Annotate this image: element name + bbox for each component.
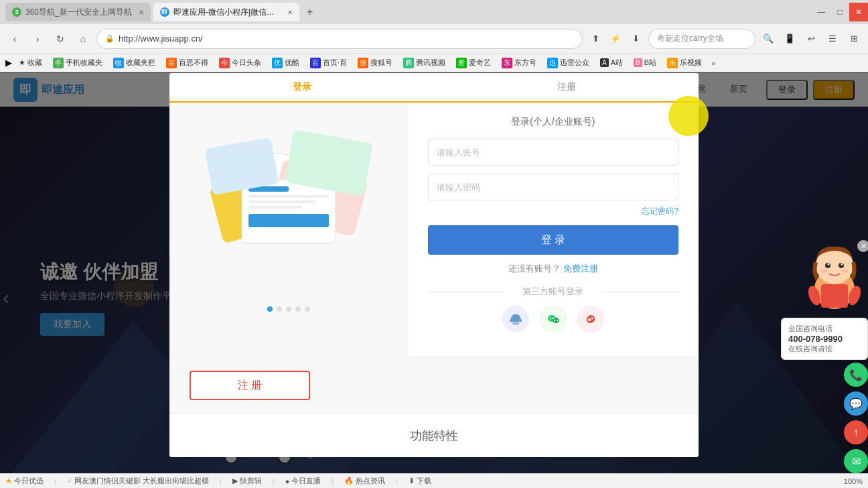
bookmark-xunlei-icon: 迅 [547,58,558,68]
bookmark-sohu[interactable]: 搜 搜狐号 [354,56,396,70]
address-bar[interactable]: 🔒 http://www.jisuapp.cn/ [96,29,583,49]
chat-info-box: 全国咨询电话 400-078-9990 在线咨询请按 [781,318,868,360]
third-party-icons [428,306,679,332]
bookmark-mobile-icon: 手 [53,58,64,68]
username-input[interactable] [428,139,679,166]
status-hotspot[interactable]: 🔥 热点资讯 [344,476,385,486]
wechat-icon [547,312,560,326]
history-icon[interactable]: ↩ [802,30,820,48]
share-button[interactable]: ⬆ [587,30,604,48]
password-input[interactable] [428,174,679,200]
bookmark-toutiao[interactable]: 今 今日头条 [215,56,265,70]
download-button[interactable]: ⬇ [627,30,644,48]
qq-login-button[interactable] [502,306,529,332]
bookmark-xunlei[interactable]: 迅 迅雷公众 [543,56,593,70]
bookmark-toutiao-label: 今日头条 [232,58,261,68]
modal-body: 登录(个人/企业账号) 忘记密码? 登 录 还没有账号？ 免费注册 第三方账号登… [169,103,699,357]
phone-icon[interactable]: 📱 [781,30,798,48]
register-big-button[interactable]: 注 册 [190,371,310,400]
forward-button[interactable]: › [28,29,47,48]
bookmark-tencent-label: 腾讯视频 [416,58,445,68]
status-quickcut-icon: ▶ [232,477,238,485]
maximize-button[interactable]: □ [830,3,849,21]
back-button[interactable]: ‹ [5,29,24,48]
new-tab-button[interactable]: + [302,4,318,20]
search-bar[interactable]: 奇葩走位carry全场 [648,29,755,49]
no-account-text: 还没有账号？ [508,263,561,273]
wechat-side-button[interactable]: 💬 [844,391,868,416]
browser-chrome: 3 360导航_新一代安全上网导航 ✕ 即 即速应用-微信小程序|微信小程...… [0,0,868,72]
bookmark-baidu[interactable]: 百 首页·百 [306,56,351,70]
bookmark-leshi[interactable]: 乐 乐视频 [663,56,706,70]
bookmark-mobile[interactable]: 手 手机收藏夹 [49,56,106,70]
tab-close-360[interactable]: ✕ [139,9,144,16]
svg-point-37 [554,320,555,321]
wechat-qr-button[interactable]: ✉ [844,449,868,473]
status-download[interactable]: ⬇ 下载 [409,476,431,486]
menu-icon[interactable]: ☰ [824,30,841,48]
bookmark-dongfang[interactable]: 东 东方号 [498,56,540,70]
left-dot-1[interactable] [267,306,273,312]
tab-inactive-360[interactable]: 3 360导航_新一代安全上网导航 ✕ [5,3,151,21]
status-sep-1: | [54,477,56,485]
modal-left-panel [169,103,408,357]
status-sep-5: | [396,477,398,485]
left-dot-2[interactable] [277,306,282,312]
svg-rect-24 [248,195,329,198]
bookmark-asite[interactable]: A A站 [596,56,627,69]
bookmarks-arrow[interactable]: ▶ [5,58,12,68]
svg-point-36 [553,318,554,319]
bookmark-favorites[interactable]: ★ 收藏 [15,56,46,69]
bookmark-bsite-label: B站 [644,58,656,68]
weibo-login-button[interactable] [577,306,604,332]
chat-close-button[interactable]: ✕ [857,240,868,252]
tab-close-jisu[interactable]: ✕ [287,9,293,16]
bookmark-youku[interactable]: 优 优酷 [268,56,303,70]
app-screens-svg [195,123,382,297]
status-news[interactable]: ✓ 网友澳门情侣关键影 大长腿出街堪比超模 [67,476,209,486]
minimize-button[interactable]: — [812,3,830,21]
svg-point-45 [828,263,830,265]
left-dot-3[interactable] [286,306,291,312]
search-icon[interactable]: 🔍 [760,30,777,48]
free-register-link[interactable]: 免费注册 [563,263,598,273]
bookmark-bar[interactable]: 收 收藏夹栏 [109,56,159,70]
left-dot-4[interactable] [295,306,301,312]
status-jryx[interactable]: ★ 今日优选 [5,476,44,486]
modal-tab-register[interactable]: 注册 [434,73,699,101]
weibo-icon [584,312,597,326]
close-window-button[interactable]: ✕ [849,3,868,21]
bookmark-baisi[interactable]: 百 百思不得 [162,56,212,70]
bookmark-xunlei-label: 迅雷公众 [560,58,589,68]
status-zoom: 100% [844,477,863,485]
features-title: 功能特性 [190,428,678,444]
svg-point-47 [820,269,827,273]
refresh-button[interactable]: ↻ [51,29,70,48]
bookmark-bsite[interactable]: B B站 [630,56,660,69]
bookmark-favorites-icon: ★ [19,58,25,67]
address-lock-icon: 🔒 [105,34,115,43]
tab-favicon-jisu: 即 [160,7,169,17]
share-side-button[interactable]: ↑ [844,420,868,444]
svg-point-40 [591,318,593,320]
password-row [428,174,679,208]
bookmark-iqiyi[interactable]: 爱 爱奇艺 [452,56,495,70]
bookmark-bar-icon: 收 [113,58,124,68]
status-news-text: 网友澳门情侣关键影 大长腿出街堪比超模 [74,476,209,486]
more-bookmarks-button[interactable]: » [709,58,718,68]
modal-tab-login[interactable]: 登录 [169,73,434,103]
lightning-button[interactable]: ⚡ [607,30,624,48]
left-dot-5[interactable] [305,306,310,312]
bookmark-asite-icon: A [600,58,609,67]
bookmark-leshi-icon: 乐 [667,58,678,68]
wechat-login-button[interactable] [540,306,567,332]
home-button[interactable]: ⌂ [74,29,92,48]
extensions-icon[interactable]: ⊞ [845,30,863,48]
login-button[interactable]: 登 录 [428,225,679,255]
bookmark-tencent[interactable]: 腾 腾讯视频 [399,56,449,70]
phone-side-button[interactable]: 📞 [844,363,868,387]
tab-active-jisu[interactable]: 即 即速应用-微信小程序|微信小程... ✕ [153,3,299,21]
status-live[interactable]: ● 今日直播 [285,476,321,486]
bookmark-dongfang-icon: 东 [502,58,512,68]
status-quickcut[interactable]: ▶ 快剪辑 [232,476,262,486]
